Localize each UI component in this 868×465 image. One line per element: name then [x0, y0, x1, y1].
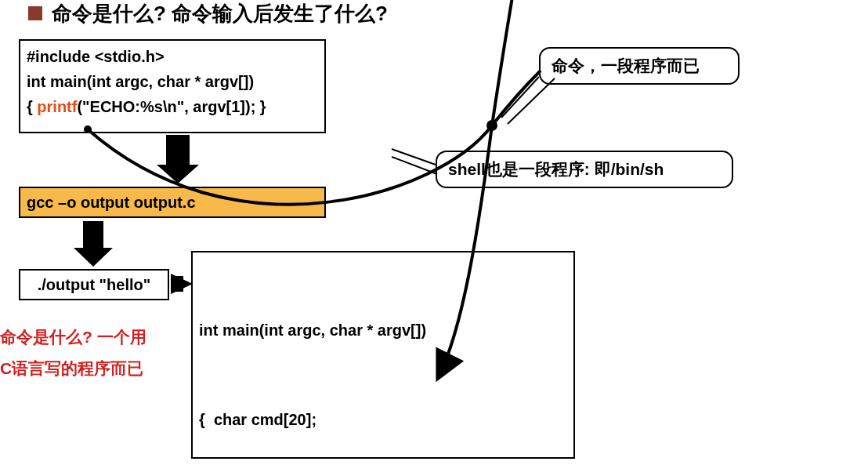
slide-title: 命令是什么? 命令输入后发生了什么? [52, 0, 388, 27]
shell-code-box: int main(int argc, char * argv[]) { char… [191, 251, 575, 459]
code-a-line3: { printf("ECHO:%s\n", argv[1]); } [27, 94, 318, 119]
red-annotation: 命令是什么? 一个用 C语言写的程序而已 [0, 322, 146, 384]
anchor-dot-junction [486, 120, 497, 131]
code-b-line2: { char cmd[20]; [199, 405, 567, 434]
red-annotation-line2: C语言写的程序而已 [0, 353, 146, 384]
arrow-source-to-gcc [157, 135, 199, 183]
gcc-command-text: gcc –o output output.c [27, 194, 196, 212]
run-command-box: ./output "hello" [19, 269, 169, 300]
svg-marker-1 [157, 165, 199, 183]
svg-rect-0 [166, 135, 190, 165]
svg-marker-3 [74, 248, 113, 267]
arrow-gcc-to-run [74, 221, 113, 267]
code-b-line1: int main(int argc, char * argv[]) [199, 315, 567, 345]
svg-line-7 [508, 78, 555, 124]
svg-line-8 [392, 149, 436, 165]
bullet-icon [28, 6, 42, 20]
svg-rect-2 [83, 221, 103, 248]
code-a-line1: #include <stdio.h> [27, 44, 318, 69]
callout-command: 命令，一段程序而已 [539, 47, 740, 85]
arrow-run-to-shell [171, 274, 193, 294]
svg-rect-4 [171, 276, 183, 292]
gcc-command-box: gcc –o output output.c [19, 187, 326, 218]
code-a-line2: int main(int argc, char * argv[]) [27, 69, 318, 94]
svg-line-9 [392, 157, 437, 174]
curve-junction-to-callout1 [492, 71, 541, 125]
source-code-box: #include <stdio.h> int main(int argc, ch… [19, 39, 326, 133]
red-annotation-line1: 命令是什么? 一个用 [0, 322, 146, 353]
run-command-text: ./output "hello" [38, 276, 151, 294]
svg-line-6 [501, 77, 539, 118]
svg-marker-5 [171, 274, 193, 294]
callout-shell: shell也是一段程序: 即/bin/sh [436, 151, 733, 188]
curve-junction-up [492, 0, 513, 125]
